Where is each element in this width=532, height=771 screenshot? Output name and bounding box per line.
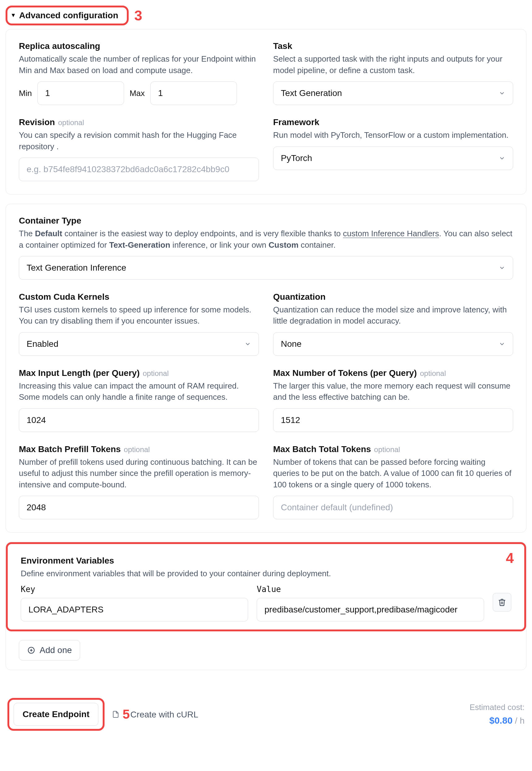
add-env-label: Add one [40,645,72,655]
prefill-desc: Number of prefill tokens used during con… [19,456,259,490]
cuda-title: Custom Cuda Kernels [19,291,259,303]
quant-desc: Quantization can reduce the model size a… [273,304,513,327]
max-label: Max [130,88,145,99]
framework-value: PyTorch [281,152,312,164]
container-type-desc: The Default container is the easiest way… [19,228,513,251]
annotation-4: 4 [506,551,514,565]
max-input-desc: Increasing this value can impact the amo… [19,380,259,403]
document-icon [112,711,119,718]
quant-select[interactable]: None [273,332,513,356]
task-title: Task [273,40,513,52]
annotation-5: 5 [122,705,130,724]
cuda-select[interactable]: Enabled [19,332,259,356]
estimated-cost: Estimated cost: $0.80 / h [470,702,525,727]
env-key-input[interactable] [21,598,248,622]
env-key-label: Key [21,584,248,595]
autoscaling-desc: Automatically scale the number of replic… [19,53,259,76]
max-input-title: Max Input Length (per Query)optional [19,367,259,379]
create-endpoint-highlight: Create Endpoint [7,698,105,731]
task-value: Text Generation [281,87,342,99]
quant-title: Quantization [273,291,513,303]
batch-total-field[interactable] [273,496,513,519]
cost-value: $0.80 [489,715,513,726]
create-with-curl-link[interactable]: 5 Create with cURL [112,705,198,724]
chevron-down-icon [499,265,505,271]
max-tokens-title: Max Number of Tokens (per Query)optional [273,367,513,379]
min-replicas-input[interactable] [37,81,124,105]
trash-icon [498,598,506,606]
batch-total-title: Max Batch Total Tokensoptional [273,443,513,455]
footer: Create Endpoint 5 Create with cURL Estim… [6,698,526,731]
cost-per: / h [513,716,525,726]
max-replicas-input[interactable] [150,81,237,105]
cuda-value: Enabled [27,338,58,350]
revision-input[interactable] [19,157,259,181]
chevron-down-icon [499,341,505,347]
annotation-3: 3 [134,8,142,23]
chevron-down-icon [499,90,505,97]
prefill-title: Max Batch Prefill Tokensoptional [19,443,259,455]
env-box: 4 Environment Variables Define environme… [6,542,526,631]
create-endpoint-button[interactable]: Create Endpoint [14,703,98,726]
triangle-down-icon: ▼ [11,11,16,19]
quant-value: None [281,338,302,350]
framework-title: Framework [273,116,513,128]
delete-env-button[interactable] [493,593,511,612]
container-type-select[interactable]: Text Generation Inference [19,256,513,280]
panel-basic: Replica autoscaling Automatically scale … [6,29,526,195]
prefill-field[interactable] [19,496,259,519]
cost-label: Estimated cost: [470,702,525,713]
env-desc: Define environment variables that will b… [21,568,511,579]
container-type-value: Text Generation Inference [27,262,126,274]
cuda-desc: TGI uses custom kernels to speed up infe… [19,304,259,327]
framework-desc: Run model with PyTorch, TensorFlow or a … [273,129,513,140]
max-input-field[interactable] [19,408,259,432]
revision-title: Revisionoptional [19,116,259,128]
task-desc: Select a supported task with the right i… [273,53,513,76]
curl-label: Create with cURL [131,709,198,721]
advanced-config-label: Advanced configuration [19,9,118,21]
plus-circle-icon [27,646,35,654]
framework-select[interactable]: PyTorch [273,146,513,170]
env-row: Key Value [21,584,511,622]
panel-container: Container Type The Default container is … [6,204,526,532]
chevron-down-icon [499,155,505,161]
env-value-label: Value [257,584,484,595]
autoscaling-title: Replica autoscaling [19,40,259,52]
min-label: Min [19,88,32,99]
revision-desc: You can specify a revision commit hash f… [19,129,259,152]
task-select[interactable]: Text Generation [273,81,513,105]
panel-env: 4 Environment Variables Define environme… [6,542,526,670]
advanced-config-toggle[interactable]: ▼ Advanced configuration [6,6,129,25]
add-env-button[interactable]: Add one [19,640,80,661]
env-value-input[interactable] [257,598,484,622]
custom-handlers-link[interactable]: custom Inference Handlers [343,229,439,238]
max-tokens-field[interactable] [273,408,513,432]
container-type-title: Container Type [19,215,513,227]
env-title: Environment Variables [21,554,511,566]
batch-total-desc: Number of tokens that can be passed befo… [273,456,513,490]
max-tokens-desc: The larger this value, the more memory e… [273,380,513,403]
chevron-down-icon [244,341,251,347]
